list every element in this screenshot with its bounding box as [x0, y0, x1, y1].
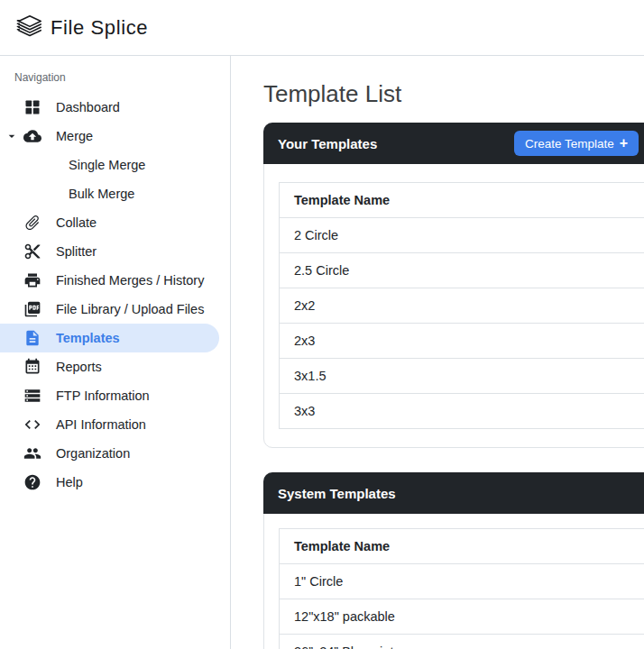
- sidebar-item-collate[interactable]: Collate: [0, 208, 230, 237]
- table-row[interactable]: 3x3: [280, 394, 644, 429]
- table-header-row: Template Name: [280, 529, 644, 564]
- layers-icon: [16, 13, 43, 43]
- table-row[interactable]: 1" Circle: [280, 564, 644, 599]
- logo[interactable]: File Splice: [16, 13, 148, 43]
- sidebar-item-help[interactable]: Help: [0, 468, 230, 497]
- sidebar-item-label: Finished Merges / History: [56, 273, 204, 288]
- plus-icon: +: [620, 136, 628, 151]
- table-row[interactable]: 12"x18" packable: [280, 599, 644, 635]
- sidebar-item-label: Reports: [56, 360, 102, 374]
- system-templates-table: Template Name 1" Circle 12"x18" packable…: [279, 528, 644, 649]
- your-templates-card-header: Your Templates Create Template +: [263, 123, 644, 164]
- template-name-cell: 2 Circle: [280, 218, 644, 253]
- sidebar-item-label: FTP Information: [56, 388, 150, 403]
- sidebar-item-label: API Information: [56, 417, 146, 432]
- template-name-cell: 1" Circle: [280, 564, 644, 599]
- table-row[interactable]: 2 Circle: [280, 218, 644, 253]
- document-icon: [23, 329, 41, 347]
- dashboard-grid-icon: [23, 98, 41, 116]
- create-template-button[interactable]: Create Template +: [514, 131, 639, 156]
- sidebar-item-api-information[interactable]: API Information: [0, 410, 230, 439]
- printer-icon: [23, 271, 41, 289]
- calendar-icon: [23, 358, 41, 376]
- sidebar-item-label: Merge: [56, 129, 93, 143]
- sidebar: Navigation Dashboard Merge Single Merge …: [0, 56, 231, 649]
- sidebar-item-label: Collate: [56, 215, 97, 230]
- sidebar-subitem-label: Bulk Merge: [69, 187, 134, 201]
- sidebar-section-label: Navigation: [14, 71, 230, 84]
- system-templates-card-header: System Templates: [263, 472, 644, 514]
- people-icon: [23, 444, 41, 462]
- sidebar-subitem-label: Single Merge: [69, 158, 145, 172]
- sidebar-item-reports[interactable]: Reports: [0, 352, 230, 381]
- sidebar-item-merge[interactable]: Merge: [0, 122, 230, 151]
- create-template-button-label: Create Template: [525, 137, 614, 151]
- sidebar-item-label: Organization: [56, 446, 130, 461]
- code-icon: [23, 416, 41, 434]
- template-name-cell: 12"x18" packable: [280, 599, 644, 635]
- sidebar-item-file-library[interactable]: File Library / Upload Files: [0, 295, 230, 324]
- sidebar-item-splitter[interactable]: Splitter: [0, 237, 230, 266]
- sidebar-item-templates[interactable]: Templates: [0, 324, 219, 352]
- your-templates-card: Your Templates Create Template + Templat…: [263, 123, 644, 448]
- sidebar-item-organization[interactable]: Organization: [0, 439, 230, 468]
- card-title: Your Templates: [278, 136, 377, 151]
- table-row[interactable]: 2x2: [280, 288, 644, 324]
- server-icon: [23, 387, 41, 405]
- card-title: System Templates: [278, 486, 396, 501]
- sidebar-item-label: Dashboard: [56, 100, 120, 114]
- template-name-cell: 2x2: [280, 288, 644, 324]
- sidebar-item-label: Templates: [56, 331, 120, 345]
- chevron-down-icon[interactable]: [5, 129, 19, 143]
- template-name-cell: 36”x24” Blueprints: [280, 635, 644, 649]
- template-name-cell: 2x3: [280, 324, 644, 359]
- scissors-icon: [23, 242, 41, 261]
- system-templates-card: System Templates Template Name 1" Circle…: [263, 472, 644, 649]
- column-header-template-name: Template Name: [280, 529, 644, 564]
- table-row[interactable]: 36”x24” Blueprints: [280, 635, 644, 649]
- template-name-cell: 3x3: [280, 394, 644, 429]
- column-header-template-name: Template Name: [280, 183, 644, 218]
- help-icon: [23, 473, 41, 491]
- sidebar-item-label: Splitter: [56, 244, 97, 259]
- sidebar-item-single-merge[interactable]: Single Merge: [0, 151, 230, 179]
- sidebar-item-finished-merges[interactable]: Finished Merges / History: [0, 266, 230, 295]
- your-templates-table: Template Name 2 Circle 2.5 Circle 2x2 2x…: [279, 182, 644, 429]
- template-name-cell: 3x1.5: [280, 359, 644, 394]
- pdf-file-icon: [23, 300, 41, 318]
- paperclip-icon: [23, 214, 41, 232]
- sidebar-item-dashboard[interactable]: Dashboard: [0, 93, 230, 122]
- system-templates-card-body: Template Name 1" Circle 12"x18" packable…: [264, 514, 644, 649]
- sidebar-item-ftp-information[interactable]: FTP Information: [0, 381, 230, 410]
- main-content: Template List Your Templates Create Temp…: [231, 56, 644, 649]
- page-title: Template List: [263, 78, 644, 110]
- table-row[interactable]: 2.5 Circle: [280, 253, 644, 288]
- your-templates-card-body: Template Name 2 Circle 2.5 Circle 2x2 2x…: [264, 164, 644, 447]
- app-header: File Splice: [0, 0, 644, 56]
- sidebar-item-label: File Library / Upload Files: [56, 302, 204, 316]
- table-row[interactable]: 2x3: [280, 324, 644, 359]
- sidebar-item-label: Help: [56, 475, 83, 489]
- app-title: File Splice: [51, 16, 148, 40]
- sidebar-item-bulk-merge[interactable]: Bulk Merge: [0, 179, 230, 208]
- table-row[interactable]: 3x1.5: [280, 359, 644, 394]
- cloud-upload-icon: [23, 127, 41, 145]
- table-header-row: Template Name: [280, 183, 644, 218]
- template-name-cell: 2.5 Circle: [280, 253, 644, 288]
